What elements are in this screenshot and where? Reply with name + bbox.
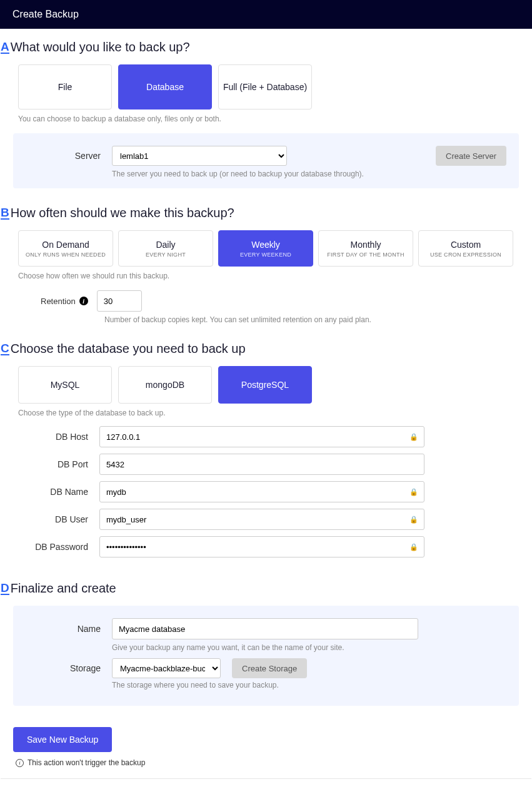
backup-type-database[interactable]: Database bbox=[118, 64, 212, 109]
divider bbox=[1, 778, 531, 779]
footer-note-text: This action won't trigger the backup bbox=[28, 758, 145, 767]
section-d-title: Finalize and create bbox=[11, 581, 116, 596]
db-host-label: DB Host bbox=[1, 432, 88, 442]
db-type-hint: Choose the type of the database to back … bbox=[18, 409, 531, 417]
retention-label: Retention bbox=[41, 297, 76, 306]
retention-input[interactable] bbox=[97, 290, 142, 312]
backup-type-hint: You can choose to backup a database only… bbox=[18, 115, 531, 123]
backup-name-input[interactable] bbox=[112, 618, 418, 639]
info-icon: i bbox=[16, 759, 24, 767]
section-finalize: D Finalize and create Name Give your bac… bbox=[1, 570, 531, 712]
lock-icon: 🔒 bbox=[409, 433, 418, 441]
server-select[interactable]: lemlab1 bbox=[112, 146, 287, 166]
db-name-input[interactable] bbox=[99, 481, 424, 502]
db-password-label: DB Password bbox=[1, 542, 88, 552]
db-user-input[interactable] bbox=[99, 509, 424, 530]
page-title: Create Backup bbox=[13, 9, 79, 19]
save-new-backup-button[interactable]: Save New Backup bbox=[13, 727, 112, 752]
backup-type-full[interactable]: Full (File + Database) bbox=[218, 64, 312, 109]
freq-monthly[interactable]: Monthly FIRST DAY OF THE MONTH bbox=[318, 230, 413, 267]
db-host-input[interactable] bbox=[99, 426, 424, 447]
create-server-button[interactable]: Create Server bbox=[436, 146, 506, 166]
db-name-label: DB Name bbox=[1, 487, 88, 497]
db-type-postgresql[interactable]: PostgreSQL bbox=[218, 366, 312, 404]
section-letter-b: B bbox=[1, 206, 9, 220]
storage-select[interactable]: Myacme-backblaze-bucket bbox=[112, 658, 221, 678]
storage-label: Storage bbox=[26, 663, 101, 673]
section-what-to-backup: A What would you like to back up? File D… bbox=[1, 29, 531, 195]
backup-name-label: Name bbox=[26, 624, 101, 634]
section-a-title: What would you like to back up? bbox=[11, 40, 190, 54]
info-icon[interactable]: i bbox=[79, 297, 88, 305]
db-password-input[interactable] bbox=[99, 536, 424, 557]
section-c-title: Choose the database you need to back up bbox=[11, 342, 246, 356]
section-letter-c: C bbox=[1, 342, 9, 355]
page-header: Create Backup bbox=[0, 0, 532, 29]
frequency-hint: Choose how often we should run this back… bbox=[18, 272, 531, 280]
server-block: Server lemlab1 Create Server The server … bbox=[13, 133, 519, 188]
lock-icon: 🔒 bbox=[409, 543, 418, 551]
db-port-label: DB Port bbox=[1, 459, 88, 469]
lock-icon: 🔒 bbox=[409, 516, 418, 524]
backup-name-hint: Give your backup any name you want, it c… bbox=[112, 643, 506, 652]
freq-daily[interactable]: Daily EVERY NIGHT bbox=[118, 230, 213, 267]
section-b-title: How often should we make this backup? bbox=[11, 206, 234, 220]
section-frequency: B How often should we make this backup? … bbox=[1, 195, 531, 330]
db-user-label: DB User bbox=[1, 514, 88, 524]
storage-hint: The storage where you need to save your … bbox=[112, 681, 506, 690]
section-letter-d: D bbox=[1, 582, 9, 595]
db-port-input[interactable] bbox=[99, 454, 424, 475]
backup-type-file[interactable]: File bbox=[18, 64, 112, 109]
lock-icon: 🔒 bbox=[409, 488, 418, 496]
create-storage-button[interactable]: Create Storage bbox=[232, 658, 307, 678]
server-hint: The server you need to back up (or need … bbox=[112, 170, 506, 178]
section-database: C Choose the database you need to back u… bbox=[1, 330, 531, 570]
db-type-mongodb[interactable]: mongoDB bbox=[118, 366, 212, 404]
db-type-mysql[interactable]: MySQL bbox=[18, 366, 112, 404]
section-letter-a: A bbox=[1, 41, 9, 54]
freq-on-demand[interactable]: On Demand ONLY RUNS WHEN NEEDED bbox=[18, 230, 113, 267]
freq-weekly[interactable]: Weekly EVERY WEEKEND bbox=[218, 230, 313, 267]
server-label: Server bbox=[26, 151, 101, 161]
retention-hint: Number of backup copies kept. You can se… bbox=[104, 315, 531, 324]
freq-custom[interactable]: Custom USE CRON EXPRESSION bbox=[418, 230, 513, 267]
